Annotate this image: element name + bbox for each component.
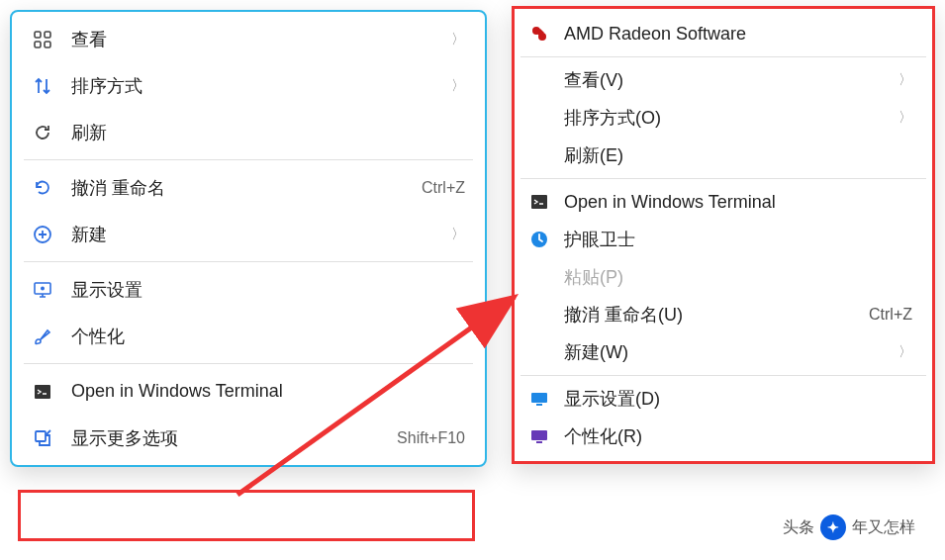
menu-label: 撤消 重命名(U)	[564, 303, 869, 327]
terminal-icon	[32, 381, 53, 403]
spacer-icon	[528, 304, 550, 326]
menu-label: 刷新	[71, 121, 465, 144]
spacer-icon	[528, 341, 550, 363]
menu-item-undo-rename[interactable]: 撤消 重命名(U) Ctrl+Z	[517, 296, 930, 333]
menu-item-personalize[interactable]: 个性化(R)	[517, 418, 930, 455]
chevron-right-icon: 〉	[898, 71, 912, 89]
menu-item-view[interactable]: 查看 〉	[16, 16, 481, 62]
win11-context-menu: 查看 〉 排序方式 〉 刷新 撤消 重命名 Ctrl+Z	[10, 10, 487, 467]
menu-separator	[24, 261, 473, 262]
svg-rect-8	[36, 431, 46, 441]
menu-item-new[interactable]: 新建(W) 〉	[517, 333, 930, 371]
svg-rect-0	[35, 32, 41, 38]
menu-item-sort[interactable]: 排序方式 〉	[16, 62, 481, 109]
menu-item-paste: 粘贴(P)	[517, 258, 930, 296]
menu-label: 个性化(R)	[564, 424, 912, 448]
more-options-icon	[32, 427, 53, 449]
menu-label: 显示设置	[71, 278, 465, 302]
chevron-right-icon: 〉	[451, 77, 465, 95]
svg-rect-7	[35, 385, 50, 399]
spacer-icon	[528, 69, 550, 91]
watermark-prefix: 头条	[783, 517, 814, 538]
personalize-icon	[528, 425, 550, 447]
menu-label: Open in Windows Terminal	[71, 381, 465, 402]
svg-rect-11	[531, 195, 547, 209]
svg-rect-2	[35, 42, 41, 47]
menu-item-terminal[interactable]: Open in Windows Terminal	[517, 183, 930, 221]
menu-item-new[interactable]: 新建 〉	[16, 211, 481, 257]
watermark: 头条 ✦ 年又怎样	[783, 514, 915, 540]
menu-item-sort[interactable]: 排序方式(O) 〉	[517, 99, 930, 137]
menu-label: 刷新(E)	[564, 143, 912, 167]
menu-separator	[520, 375, 926, 376]
svg-rect-16	[536, 441, 542, 443]
menu-item-terminal[interactable]: Open in Windows Terminal	[16, 368, 481, 415]
menu-label: 查看(V)	[564, 68, 891, 92]
personalize-brush-icon	[32, 326, 53, 347]
menu-label: Open in Windows Terminal	[564, 192, 912, 213]
menu-label: 个性化	[71, 325, 465, 348]
chevron-right-icon: 〉	[451, 31, 465, 48]
new-plus-icon	[32, 224, 53, 245]
menu-item-eye-guard[interactable]: 护眼卫士	[517, 221, 930, 258]
svg-rect-1	[45, 32, 50, 38]
svg-rect-13	[531, 393, 547, 403]
terminal-icon	[528, 191, 550, 213]
menu-separator	[520, 178, 926, 179]
svg-rect-14	[536, 404, 542, 406]
watermark-logo-icon: ✦	[820, 514, 846, 540]
svg-rect-15	[531, 430, 547, 440]
menu-item-personalize[interactable]: 个性化	[16, 313, 481, 359]
menu-shortcut: Ctrl+Z	[422, 179, 465, 197]
highlight-box-left	[18, 490, 475, 541]
spacer-icon	[528, 107, 550, 129]
menu-label: 排序方式(O)	[564, 106, 891, 130]
menu-label: 新建	[71, 223, 443, 246]
menu-item-amd[interactable]: AMD Radeon Software	[517, 15, 930, 52]
menu-label: 护眼卫士	[564, 228, 912, 251]
menu-label: AMD Radeon Software	[564, 24, 912, 45]
menu-item-view[interactable]: 查看(V) 〉	[517, 61, 930, 99]
menu-item-refresh[interactable]: 刷新	[16, 109, 481, 155]
menu-item-more-options[interactable]: 显示更多选项 Shift+F10	[16, 415, 481, 461]
spacer-icon	[528, 144, 550, 166]
clock-icon	[528, 229, 550, 250]
chevron-right-icon: 〉	[451, 226, 465, 243]
refresh-icon	[32, 122, 53, 143]
menu-separator	[520, 56, 926, 57]
menu-separator	[24, 159, 473, 160]
chevron-right-icon: 〉	[898, 109, 912, 127]
watermark-suffix: 年又怎样	[852, 517, 915, 538]
menu-label: 粘贴(P)	[564, 265, 912, 289]
menu-item-display-settings[interactable]: 显示设置(D)	[517, 380, 930, 418]
menu-label: 撤消 重命名	[71, 176, 422, 200]
view-grid-icon	[32, 29, 53, 50]
menu-label: 新建(W)	[564, 340, 891, 364]
display-settings-icon	[32, 279, 53, 301]
sort-icon	[32, 75, 53, 97]
amd-radeon-icon	[528, 23, 550, 45]
menu-item-display-settings[interactable]: 显示设置	[16, 266, 481, 313]
menu-item-undo-rename[interactable]: 撤消 重命名 Ctrl+Z	[16, 164, 481, 211]
menu-shortcut: Ctrl+Z	[869, 306, 912, 324]
spacer-icon	[528, 266, 550, 288]
menu-label: 排序方式	[71, 74, 443, 98]
menu-separator	[24, 363, 473, 364]
chevron-right-icon: 〉	[898, 343, 912, 361]
menu-shortcut: Shift+F10	[397, 429, 465, 447]
svg-point-6	[41, 286, 45, 290]
menu-label: 显示设置(D)	[564, 387, 912, 411]
undo-icon	[32, 177, 53, 199]
menu-item-refresh[interactable]: 刷新(E)	[517, 137, 930, 174]
display-icon	[528, 388, 550, 410]
svg-rect-3	[45, 42, 50, 47]
menu-label: 查看	[71, 28, 443, 51]
menu-label: 显示更多选项	[71, 426, 397, 450]
classic-context-menu: AMD Radeon Software 查看(V) 〉 排序方式(O) 〉 刷新…	[512, 6, 935, 464]
